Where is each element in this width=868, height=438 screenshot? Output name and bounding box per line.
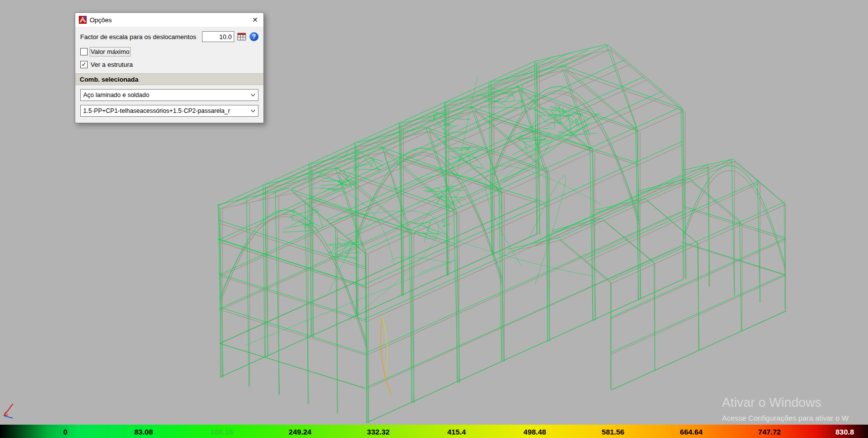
combination-select[interactable]: 1.5·PP+CP1-telhaseacessórios+1.5·CP2-pas…: [80, 105, 258, 117]
colorbar-label: 747.72: [758, 427, 781, 436]
colorbar-label: 664.64: [680, 427, 703, 436]
windows-activation-subtext: Acesse Configurações para ativar o W: [722, 414, 849, 422]
ver-estrutura-checkbox[interactable]: ✓: [80, 61, 88, 68]
scale-factor-input[interactable]: [202, 31, 234, 42]
windows-activation-watermark: Ativar o Windows: [722, 395, 821, 410]
colorbar-label: 830.8: [835, 427, 854, 436]
colorbar-label: 332.32: [367, 427, 390, 436]
chevron-down-icon: [248, 105, 258, 116]
ver-estrutura-label: Ver a estrutura: [91, 61, 133, 68]
colorbar-label: 581.56: [602, 427, 624, 436]
scale-factor-row: Factor de escala para os deslocamentos ?: [80, 31, 258, 43]
scale-factor-label: Factor de escala para os deslocamentos: [80, 33, 202, 41]
colorbar-label: 83.08: [134, 427, 153, 436]
combination-select-value: 1.5·PP+CP1-telhaseacessórios+1.5·CP2-pas…: [81, 107, 248, 114]
colorbar-label: 415.4: [447, 427, 466, 436]
valor-maximo-checkbox-row[interactable]: Valor máximo: [80, 48, 258, 55]
options-dialog: Opções ✕ Factor de escala para os desloc…: [75, 12, 264, 123]
colorbar-label: 498.48: [523, 427, 546, 436]
calculator-button[interactable]: [237, 32, 247, 42]
colorbar-label: 0: [63, 427, 67, 436]
valor-maximo-label: Valor máximo: [91, 48, 130, 55]
colorbar-label: 249.24: [289, 427, 311, 436]
axes-icon: [1, 402, 16, 420]
comb-selecionada-header: Comb. selecionada: [75, 73, 263, 85]
dialog-titlebar[interactable]: Opções ✕: [75, 13, 263, 27]
close-icon[interactable]: ✕: [247, 13, 263, 27]
material-select-value: Aço laminado e soldado: [81, 92, 248, 98]
material-select[interactable]: Aço laminado e soldado: [80, 89, 258, 101]
chevron-down-icon: [248, 90, 258, 100]
dialog-title: Opções: [90, 16, 247, 24]
valor-maximo-checkbox[interactable]: [80, 48, 88, 55]
displacement-colorbar: 0 83.08 166.16 249.24 332.32 415.4 498.4…: [0, 425, 868, 438]
ver-estrutura-checkbox-row[interactable]: ✓ Ver a estrutura: [80, 60, 258, 68]
app-icon: [79, 16, 87, 24]
colorbar-label: 166.16: [210, 427, 233, 436]
help-icon[interactable]: ?: [250, 32, 258, 41]
